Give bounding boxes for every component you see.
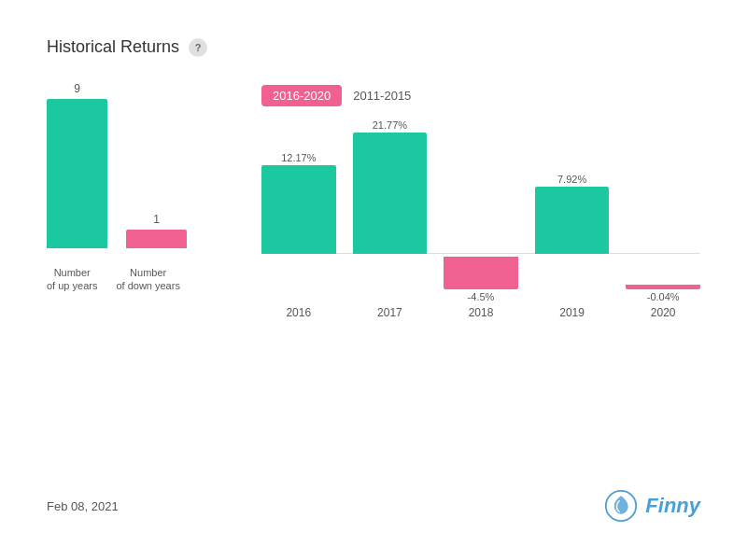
year-label-2017: 2017: [353, 306, 428, 319]
summary-chart: 9 1 Numberof up years Numberof down year…: [47, 85, 233, 470]
page: Historical Returns ? 9 1 Numberof up ye: [0, 0, 747, 560]
tab-2011-2015[interactable]: 2011-2015: [353, 89, 411, 103]
yearly-bars-area: 12.17% 21.77% -4.: [261, 125, 700, 302]
yearly-chart: 2016-2020 2011-2015 12.17%: [261, 85, 700, 470]
up-years-bar: [47, 99, 107, 248]
down-years-label: Numberof down years: [116, 266, 179, 293]
val-2020: -0.04%: [647, 291, 680, 302]
year-col-2016: 12.17%: [261, 152, 336, 302]
year-labels: 2016 2017 2018 2019 2020: [261, 306, 700, 319]
up-years-value: 9: [74, 82, 80, 95]
brand: Finny: [604, 489, 700, 523]
date-label: Feb 08, 2021: [47, 499, 119, 513]
bar-2018: [444, 257, 518, 289]
year-label-2019: 2019: [535, 306, 610, 319]
year-col-2017: 21.77%: [353, 119, 428, 302]
up-years-label: Numberof up years: [47, 266, 97, 293]
down-years-bar-group: 1: [126, 213, 187, 248]
val-2017: 21.77%: [373, 119, 407, 131]
down-years-value: 1: [153, 213, 160, 226]
header: Historical Returns ?: [47, 37, 700, 57]
val-2018: -4.5%: [468, 291, 495, 302]
year-columns: 12.17% 21.77% -4.: [261, 125, 700, 302]
year-label-2016: 2016: [261, 306, 336, 319]
tab-2016-2020[interactable]: 2016-2020: [261, 85, 342, 106]
year-col-2020: -0.04%: [626, 236, 700, 302]
summary-bars-row: 9 1: [47, 85, 187, 253]
up-years-bar-group: 9: [47, 82, 107, 248]
chart-area: 9 1 Numberof up years Numberof down year…: [47, 85, 700, 470]
help-icon[interactable]: ?: [189, 38, 207, 57]
val-2019: 7.92%: [557, 174, 586, 185]
year-label-2018: 2018: [444, 306, 518, 319]
summary-labels: Numberof up years Numberof down years: [47, 260, 180, 293]
bar-2016: [261, 165, 336, 254]
period-tabs: 2016-2020 2011-2015: [261, 85, 700, 106]
above-base-2020: [626, 236, 700, 285]
footer: Feb 08, 2021 Finny: [47, 489, 700, 523]
year-col-2018: -4.5%: [444, 208, 518, 302]
year-col-2019: 7.92%: [535, 174, 610, 302]
bar-2017: [353, 133, 428, 254]
brand-logo-icon: [604, 489, 638, 523]
year-label-2020: 2020: [626, 306, 700, 319]
bar-2019: [535, 187, 610, 254]
above-base-2018: [444, 208, 518, 257]
brand-name: Finny: [645, 494, 700, 518]
val-2016: 12.17%: [281, 152, 316, 163]
bar-2020: [626, 285, 700, 289]
page-title: Historical Returns: [47, 37, 179, 57]
down-years-bar: [126, 230, 187, 248]
